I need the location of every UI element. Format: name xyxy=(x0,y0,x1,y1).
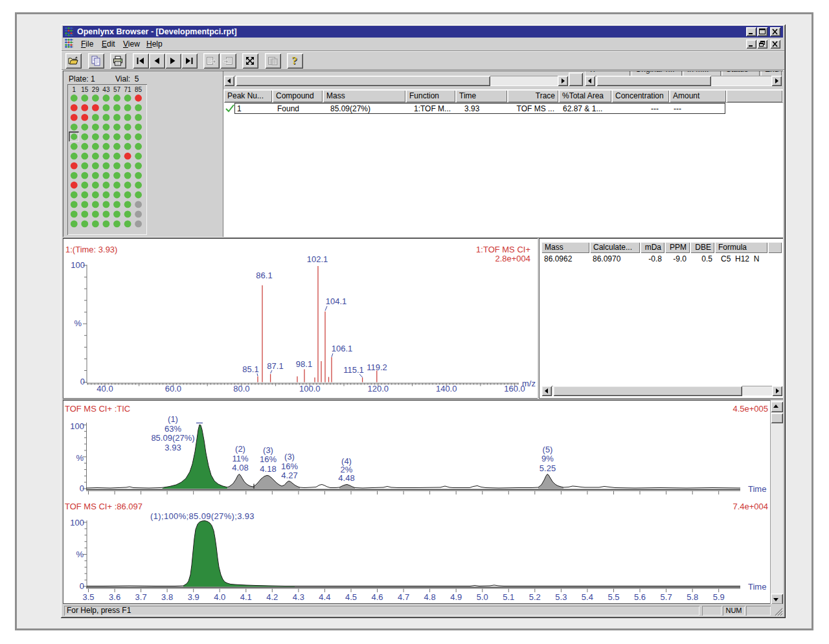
svg-text:119.2: 119.2 xyxy=(367,362,387,372)
svg-text:63%: 63% xyxy=(165,424,181,434)
svg-text:(1);100%;85.09(27%);3.93: (1);100%;85.09(27%);3.93 xyxy=(150,511,255,521)
svg-text:4.5e+005: 4.5e+005 xyxy=(732,404,768,414)
svg-text:80.0: 80.0 xyxy=(233,384,249,394)
svg-text:3.5: 3.5 xyxy=(82,592,94,602)
svg-text:5.2: 5.2 xyxy=(529,592,541,602)
svg-text:(2): (2) xyxy=(235,444,245,454)
svg-text:m/z: m/z xyxy=(522,379,536,388)
svg-text:3.7: 3.7 xyxy=(135,592,147,602)
svg-text:4.7: 4.7 xyxy=(398,592,409,602)
svg-text:0: 0 xyxy=(80,377,85,386)
svg-text:?: ? xyxy=(292,56,298,66)
svg-text:Time: Time xyxy=(748,582,766,592)
svg-text:3.93: 3.93 xyxy=(165,443,181,452)
svg-text:11%: 11% xyxy=(232,454,248,463)
svg-text:16%: 16% xyxy=(281,461,298,471)
svg-text:7.4e+004: 7.4e+004 xyxy=(732,502,768,511)
svg-text:100: 100 xyxy=(71,260,85,270)
svg-text:3.6: 3.6 xyxy=(109,592,120,602)
svg-text:60.0: 60.0 xyxy=(165,384,181,394)
svg-text:100.0: 100.0 xyxy=(299,384,321,394)
svg-text:120.0: 120.0 xyxy=(368,384,389,394)
svg-text:5.3: 5.3 xyxy=(555,592,567,602)
svg-text:(1): (1) xyxy=(168,414,178,424)
svg-text:104.1: 104.1 xyxy=(326,296,347,306)
svg-text:5.4: 5.4 xyxy=(582,592,593,602)
svg-text:102.1: 102.1 xyxy=(307,254,328,264)
svg-text:140.0: 140.0 xyxy=(436,384,457,394)
svg-text:85.09(27%): 85.09(27%) xyxy=(151,433,194,443)
svg-text:5.0: 5.0 xyxy=(477,592,488,602)
svg-text:4.18: 4.18 xyxy=(260,464,276,474)
svg-text:98.1: 98.1 xyxy=(296,359,312,369)
svg-text:86.1: 86.1 xyxy=(256,271,272,280)
svg-text:4.0: 4.0 xyxy=(214,592,225,602)
svg-text:0: 0 xyxy=(80,483,84,493)
svg-text:4.3: 4.3 xyxy=(293,592,304,602)
svg-text:1:TOF MS CI+: 1:TOF MS CI+ xyxy=(476,245,530,254)
svg-text:85.1: 85.1 xyxy=(242,364,258,374)
svg-text:%: % xyxy=(74,318,82,328)
svg-text:5.7: 5.7 xyxy=(661,592,672,602)
svg-text:%: % xyxy=(76,453,84,463)
svg-text:%: % xyxy=(76,550,84,559)
svg-text:1:(Time: 3.93): 1:(Time: 3.93) xyxy=(65,245,117,254)
svg-text:TOF MS CI+ :86.097: TOF MS CI+ :86.097 xyxy=(65,502,142,511)
svg-text:3.9: 3.9 xyxy=(188,592,199,602)
svg-text:4.5: 4.5 xyxy=(345,592,357,602)
svg-text:9%: 9% xyxy=(541,454,554,463)
svg-text:5.1: 5.1 xyxy=(503,592,514,602)
svg-text:2.8e+004: 2.8e+004 xyxy=(495,254,530,263)
svg-text:115.1: 115.1 xyxy=(343,365,364,375)
svg-text:87.1: 87.1 xyxy=(267,361,283,371)
svg-text:16%: 16% xyxy=(260,454,277,464)
svg-text:4.8: 4.8 xyxy=(424,592,436,602)
svg-text:100: 100 xyxy=(70,518,84,527)
svg-text:106.1: 106.1 xyxy=(332,344,353,353)
svg-text:5.9: 5.9 xyxy=(713,592,725,602)
svg-text:(5): (5) xyxy=(543,445,553,454)
svg-text:Time: Time xyxy=(748,484,766,494)
svg-text:4.4: 4.4 xyxy=(319,592,330,602)
svg-text:0: 0 xyxy=(80,581,84,591)
svg-text:5.8: 5.8 xyxy=(687,592,698,602)
svg-text:4.6: 4.6 xyxy=(371,592,383,602)
svg-text:100: 100 xyxy=(70,421,84,431)
svg-text:5.5: 5.5 xyxy=(608,592,619,602)
svg-text:(3): (3) xyxy=(263,445,273,455)
svg-text:4.9: 4.9 xyxy=(450,592,462,602)
svg-text:4.27: 4.27 xyxy=(281,471,297,480)
svg-text:3.8: 3.8 xyxy=(161,592,173,602)
svg-text:4.48: 4.48 xyxy=(338,473,354,483)
svg-text:4.1: 4.1 xyxy=(240,592,252,602)
svg-text:40.0: 40.0 xyxy=(97,384,113,394)
svg-text:TOF MS CI+ :TIC: TOF MS CI+ :TIC xyxy=(65,404,130,414)
svg-text:4.08: 4.08 xyxy=(232,463,248,472)
svg-text:5.25: 5.25 xyxy=(539,463,556,473)
svg-text:5.6: 5.6 xyxy=(634,592,646,602)
svg-text:4.2: 4.2 xyxy=(266,592,278,602)
svg-text:(3): (3) xyxy=(284,452,295,461)
